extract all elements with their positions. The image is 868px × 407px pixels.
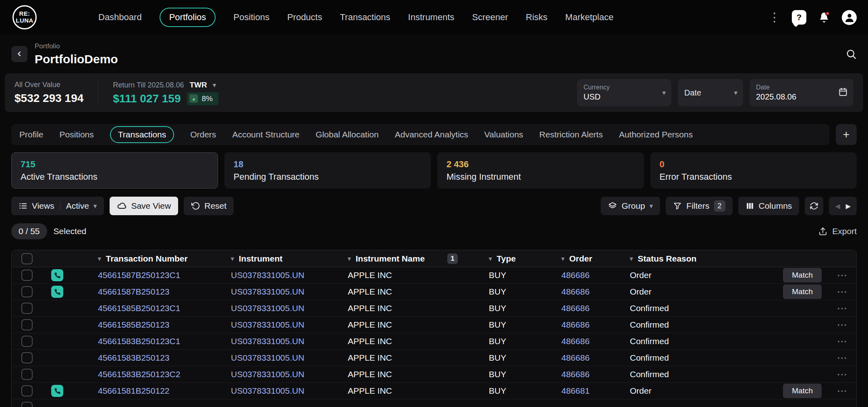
nav-item[interactable]: Risks xyxy=(526,8,548,26)
order-link[interactable]: 486681 xyxy=(561,386,630,396)
page-next-icon[interactable]: ▶ xyxy=(846,202,851,210)
tab[interactable]: Profile xyxy=(19,130,44,139)
instrument-link[interactable]: US0378331005.UN xyxy=(231,336,348,346)
row-checkbox[interactable] xyxy=(21,369,33,380)
col-header-instrument[interactable]: ▾ Instrument xyxy=(231,254,348,264)
row-menu-icon[interactable]: ⋯ xyxy=(837,302,848,314)
caret-down-icon[interactable]: ▾ xyxy=(348,255,351,262)
tab[interactable]: Transactions xyxy=(110,126,174,143)
row-checkbox[interactable] xyxy=(21,402,33,407)
export-button[interactable]: Export xyxy=(818,226,857,236)
order-link[interactable]: 486686 xyxy=(561,287,630,297)
date-picker[interactable]: Date 2025.08.06 xyxy=(750,79,853,106)
caret-down-icon[interactable]: ▾ xyxy=(231,255,234,262)
notifications-button[interactable] xyxy=(818,11,831,24)
instrument-link[interactable]: US0378331005.UN xyxy=(231,287,348,297)
refresh-button[interactable] xyxy=(805,197,823,215)
summary-card[interactable]: 18 Pending Transactions xyxy=(224,152,431,189)
tab[interactable]: Authorized Persons xyxy=(619,130,693,139)
nav-item[interactable]: Portfolios xyxy=(160,8,216,27)
transaction-number-link[interactable]: 45661585B250123 xyxy=(98,320,231,330)
row-checkbox[interactable] xyxy=(21,286,33,297)
order-link[interactable]: 486686 xyxy=(561,320,630,330)
return-mode[interactable]: TWR xyxy=(189,81,207,89)
tab[interactable]: Orders xyxy=(190,130,216,139)
transaction-number-link[interactable]: 45661583B250123C1 xyxy=(98,336,231,346)
more-menu-button[interactable]: ⋮ xyxy=(768,11,781,23)
order-link[interactable]: 486686 xyxy=(561,270,630,280)
row-checkbox[interactable] xyxy=(21,336,33,347)
nav-item[interactable]: Dashboard xyxy=(98,8,142,26)
caret-down-icon[interactable]: ▾ xyxy=(98,255,101,262)
match-button[interactable]: Match xyxy=(783,284,822,299)
summary-card[interactable]: 0 Error Transactions xyxy=(650,152,857,189)
tab[interactable]: Valuations xyxy=(484,130,523,139)
row-menu-icon[interactable]: ⋯ xyxy=(837,286,848,298)
columns-button[interactable]: Columns xyxy=(738,197,799,215)
add-tab-button[interactable]: + xyxy=(836,124,857,145)
col-header-type[interactable]: ▾ Type xyxy=(489,254,561,264)
match-button[interactable]: Match xyxy=(783,268,822,282)
instrument-link[interactable]: US0378331005.UN xyxy=(231,386,348,396)
row-checkbox[interactable] xyxy=(21,385,33,397)
row-menu-icon[interactable]: ⋯ xyxy=(837,352,848,364)
search-button[interactable] xyxy=(845,48,857,60)
pagination-buttons[interactable]: ◀ ▶ xyxy=(829,197,857,215)
row-menu-icon[interactable]: ⋯ xyxy=(837,319,848,331)
nav-item[interactable]: Marketplace xyxy=(565,8,614,26)
back-button[interactable]: ‹ xyxy=(11,46,27,62)
views-button[interactable]: Views Active ▾ xyxy=(11,197,104,215)
instrument-link[interactable]: US0378331005.UN xyxy=(231,270,348,280)
order-link[interactable]: 486686 xyxy=(561,303,630,313)
page-prev-icon[interactable]: ◀ xyxy=(835,202,840,210)
date-mode-select[interactable]: Date ▾ xyxy=(678,79,743,106)
order-link[interactable]: 486686 xyxy=(561,370,630,379)
tab[interactable]: Restriction Alerts xyxy=(539,130,603,139)
col-header-instrument-name[interactable]: ▾ Instrument Name 1 xyxy=(348,253,489,264)
row-checkbox[interactable] xyxy=(21,319,33,330)
tab[interactable]: Global Allocation xyxy=(316,130,378,139)
row-checkbox[interactable] xyxy=(21,303,33,314)
row-menu-icon[interactable]: ⋯ xyxy=(837,368,848,380)
brand-logo[interactable]: RE: LUNA xyxy=(11,4,38,31)
nav-item[interactable]: Positions xyxy=(233,8,269,26)
transaction-number-link[interactable]: 45661587B250123 xyxy=(98,287,231,297)
summary-card[interactable]: 715 Active Transactions xyxy=(11,152,218,189)
instrument-link[interactable]: US0378331005.UN xyxy=(231,320,348,330)
transaction-number-link[interactable]: 45661583B250123C2 xyxy=(98,370,231,379)
row-checkbox[interactable] xyxy=(21,270,33,281)
filters-button[interactable]: Filters 2 xyxy=(666,197,732,215)
currency-select[interactable]: Currency USD ▾ xyxy=(577,79,671,106)
transaction-number-link[interactable]: 45661587B250123C1 xyxy=(98,270,231,280)
match-button[interactable]: Match xyxy=(783,384,822,398)
nav-item[interactable]: Transactions xyxy=(340,8,390,26)
instrument-link[interactable]: US0378331005.UN xyxy=(231,370,348,379)
caret-down-icon[interactable]: ▾ xyxy=(561,255,565,262)
row-menu-icon[interactable]: ⋯ xyxy=(837,335,848,347)
help-button[interactable]: ? xyxy=(792,10,806,25)
caret-down-icon[interactable]: ▾ xyxy=(630,255,633,262)
nav-item[interactable]: Products xyxy=(287,8,322,26)
order-link[interactable]: 486686 xyxy=(561,336,630,346)
summary-card[interactable]: 2 436 Missing Instrument xyxy=(437,152,644,189)
row-checkbox[interactable] xyxy=(21,352,33,363)
caret-down-icon[interactable]: ▾ xyxy=(213,81,216,89)
instrument-link[interactable]: US0378331005.UN xyxy=(231,303,348,313)
transaction-number-link[interactable]: 45661581B250122 xyxy=(98,386,231,396)
group-button[interactable]: Group ▾ xyxy=(601,197,660,215)
col-header-order[interactable]: ▾ Order xyxy=(561,254,630,264)
reset-button[interactable]: Reset xyxy=(184,197,234,215)
select-all-checkbox[interactable] xyxy=(21,253,33,264)
user-avatar[interactable] xyxy=(842,10,857,25)
col-header-status-reason[interactable]: ▾ Status Reason xyxy=(630,254,828,264)
caret-down-icon[interactable]: ▾ xyxy=(489,255,492,262)
row-menu-icon[interactable]: ⋯ xyxy=(837,385,848,397)
transaction-number-link[interactable]: 45661585B250123C1 xyxy=(98,303,231,313)
row-menu-icon[interactable]: ⋯ xyxy=(837,269,848,281)
nav-item[interactable]: Instruments xyxy=(408,8,455,26)
tab[interactable]: Advanced Analytics xyxy=(395,130,468,139)
transaction-number-link[interactable]: 45661583B250123 xyxy=(98,353,231,363)
tab[interactable]: Positions xyxy=(60,130,94,139)
save-view-button[interactable]: Save View xyxy=(110,197,178,215)
col-header-transaction-number[interactable]: ▾ Transaction Number xyxy=(98,254,231,264)
